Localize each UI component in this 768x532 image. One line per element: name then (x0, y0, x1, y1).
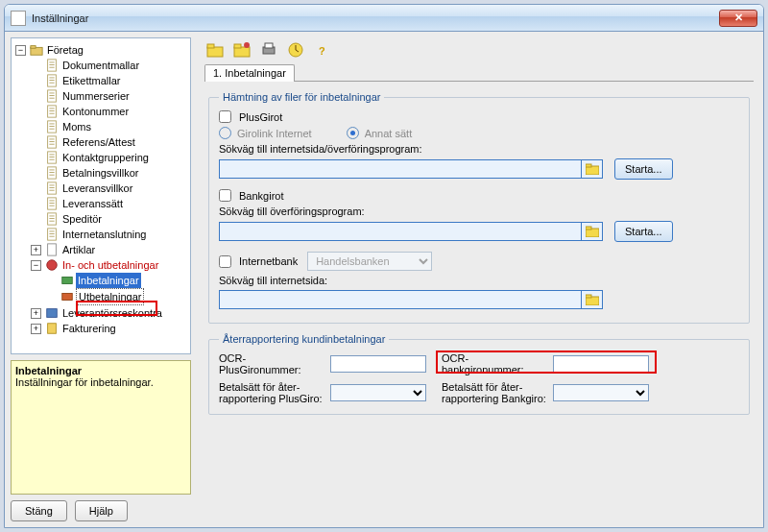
svg-rect-41 (49, 206, 54, 206)
svg-rect-13 (49, 98, 54, 99)
tree-node-leveransvillkor[interactable]: Leveransvillkor (31, 181, 188, 196)
internetbank-checkbox[interactable] (219, 255, 231, 268)
svg-rect-52 (62, 278, 73, 284)
svg-rect-44 (49, 218, 54, 219)
ocr-pg-input[interactable] (330, 355, 426, 373)
starta2-button[interactable]: Starta... (614, 221, 673, 242)
page-icon (45, 228, 59, 241)
tree-node-referensattest[interactable]: Referens/Attest (31, 134, 188, 150)
open-folder-icon[interactable] (206, 41, 224, 59)
group-aterrapportering: Återrapportering kundinbetalningar OCR-P… (208, 333, 750, 415)
clock-icon[interactable] (287, 41, 304, 59)
svg-rect-48 (49, 233, 54, 234)
svg-rect-16 (49, 110, 54, 111)
settings-window: Inställningar ✕ − Företag Dokumentmallar… (4, 4, 764, 528)
svg-rect-70 (586, 295, 591, 298)
bankgirot-checkbox[interactable] (219, 189, 231, 202)
internetbank-select[interactable]: Handelsbanken (307, 252, 432, 271)
new-folder-icon[interactable] (233, 41, 251, 59)
tree-node-speditr[interactable]: Speditör (31, 211, 188, 227)
info-title: Inbetalningar (15, 365, 186, 376)
expand-icon[interactable]: + (31, 324, 41, 334)
betal-pg-label: Betalsätt för åter- rapportering PlusGir… (219, 381, 324, 404)
betal-bg-select[interactable] (553, 384, 649, 401)
svg-rect-28 (49, 157, 54, 157)
page-icon (45, 212, 59, 226)
invoice-icon (45, 322, 59, 335)
info-panel: Inbetalningar Inställningar för inbetaln… (11, 360, 191, 495)
tree-node-payments[interactable]: −In- och utbetalningar (31, 257, 188, 273)
svg-point-51 (47, 260, 58, 271)
tree-node-moms[interactable]: Moms (31, 119, 188, 134)
window-body: − Företag DokumentmallarEtikettmallarNum… (5, 32, 763, 527)
betal-pg-select[interactable] (330, 384, 426, 401)
sokvag1-input-wrap (219, 159, 603, 179)
svg-rect-27 (49, 155, 54, 156)
svg-rect-3 (49, 62, 54, 63)
sokvag3-browse[interactable] (582, 290, 603, 309)
document-icon (45, 243, 59, 256)
tree-node-artiklar[interactable]: +Artiklar (31, 242, 188, 257)
expand-icon[interactable]: + (31, 245, 41, 255)
tree-node-kontaktgruppering[interactable]: Kontaktgruppering (31, 150, 188, 165)
tree-node-betalningsvillkor[interactable]: Betalningsvillkor (31, 165, 188, 181)
tree-node-leverantor[interactable]: +Leverantörsreskontra (31, 305, 188, 321)
svg-rect-40 (49, 203, 54, 204)
supplier-icon (45, 306, 59, 320)
svg-rect-4 (49, 64, 54, 65)
svg-rect-21 (49, 129, 54, 130)
svg-point-60 (244, 42, 250, 48)
group-hamtning: Hämtning av filer för inbetalningar Plus… (208, 91, 750, 324)
sokvag1-label: Sökväg till internetsida/överföringsprog… (219, 143, 422, 155)
svg-rect-50 (48, 244, 57, 255)
tree-node-inbetalningar[interactable]: Inbetalningar (46, 273, 188, 288)
internetbank-label: Internetbank (239, 255, 298, 267)
sokvag1-input[interactable] (219, 159, 582, 179)
svg-rect-59 (234, 44, 241, 48)
svg-rect-43 (49, 216, 54, 217)
svg-rect-33 (49, 175, 54, 176)
tab-inbetalningar[interactable]: 1. Inbetalningar (204, 64, 295, 82)
payments-icon (45, 258, 59, 272)
collapse-icon[interactable]: − (31, 260, 41, 271)
settings-tree[interactable]: − Företag DokumentmallarEtikettmallarNum… (11, 37, 191, 354)
page-icon (45, 166, 59, 180)
plusgirot-checkbox[interactable] (219, 110, 231, 123)
sokvag3-input[interactable] (219, 290, 582, 309)
svg-rect-5 (49, 67, 54, 68)
page-icon (45, 197, 59, 210)
svg-rect-37 (49, 190, 54, 191)
sokvag1-browse[interactable] (582, 159, 603, 179)
tree-node-nummerserier[interactable]: Nummerserier (31, 88, 188, 104)
close-button[interactable]: Stäng (11, 500, 67, 521)
page-icon (45, 181, 59, 195)
tree-node-foretag[interactable]: − Företag (15, 42, 188, 58)
close-window-button[interactable]: ✕ (719, 10, 757, 27)
tree-node-kontonummer[interactable]: Kontonummer (31, 104, 188, 119)
svg-rect-8 (49, 80, 54, 81)
help-button[interactable]: Hjälp (75, 500, 128, 521)
print-icon[interactable] (260, 41, 277, 59)
ocr-bg-input[interactable] (553, 355, 649, 373)
girolink-radio[interactable] (219, 127, 231, 139)
tree-node-utbetalningar[interactable]: Utbetalningar (46, 288, 188, 305)
annat-radio[interactable] (347, 127, 359, 139)
sokvag2-browse[interactable] (582, 222, 603, 241)
svg-rect-17 (49, 113, 54, 114)
svg-rect-20 (49, 126, 54, 127)
collapse-icon[interactable]: − (15, 45, 26, 56)
svg-rect-15 (49, 109, 54, 109)
sokvag2-input[interactable] (219, 222, 582, 241)
titlebar: Inställningar ✕ (5, 5, 763, 32)
tree-node-dokumentmallar[interactable]: Dokumentmallar (31, 58, 188, 73)
tree-node-leveransstt[interactable]: Leveranssätt (31, 196, 188, 211)
starta1-button[interactable]: Starta... (614, 158, 673, 180)
tree-node-internetanslutning[interactable]: Internetanslutning (31, 227, 188, 242)
svg-rect-57 (207, 44, 214, 48)
expand-icon[interactable]: + (31, 308, 41, 319)
help-icon[interactable]: ? (314, 41, 331, 59)
info-text: Inställningar för inbetalningar. (15, 376, 186, 388)
tree-node-fakturering[interactable]: +Fakturering (31, 321, 188, 336)
tree-node-etikettmallar[interactable]: Etikettmallar (31, 73, 188, 88)
sokvag3-input-wrap (219, 290, 603, 309)
